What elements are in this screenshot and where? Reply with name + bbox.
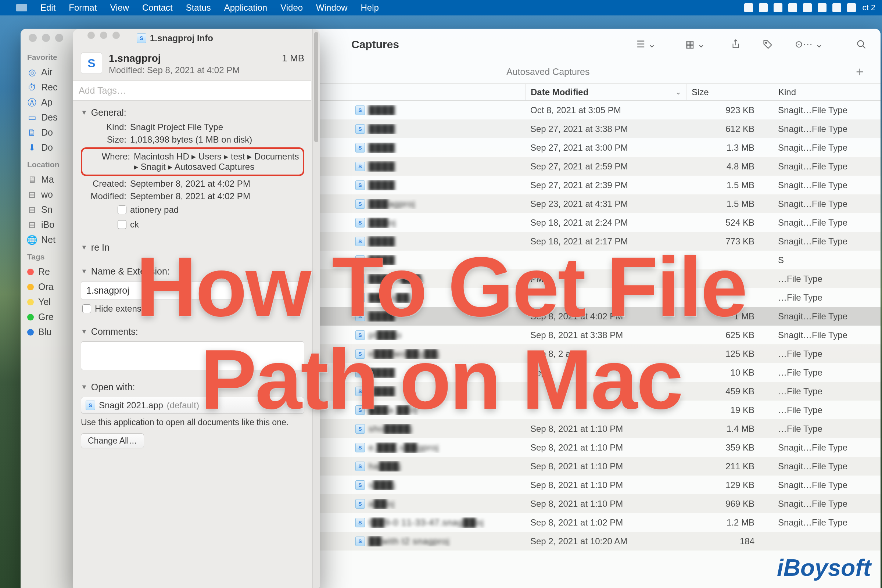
section-open-with[interactable]: ▼Open with: (81, 379, 304, 395)
sidebar-icon: ⊟ (27, 205, 37, 214)
name-input[interactable]: 1.snagproj (81, 281, 304, 300)
sort-chevron-icon: ⌄ (675, 88, 681, 96)
sidebar-icon: ⬇ (27, 143, 37, 153)
menu-window[interactable]: Window (316, 3, 347, 13)
add-button[interactable]: + (849, 60, 870, 83)
sidebar-icon: ▭ (27, 113, 37, 122)
menu-video[interactable]: Video (280, 3, 303, 13)
snagit-file-icon: S (356, 105, 365, 115)
group-button[interactable]: ▦ ⌄ (682, 36, 709, 52)
status-icon[interactable] (744, 3, 753, 12)
disclosure-icon: ▼ (81, 328, 87, 336)
section-comments[interactable]: ▼Comments: (81, 323, 304, 340)
minimize-button[interactable] (42, 34, 50, 42)
section-name-ext[interactable]: ▼Name & Extension: (81, 263, 304, 280)
snagit-file-icon: S (356, 499, 365, 508)
snagit-file-icon: S (356, 387, 365, 396)
status-icon[interactable] (759, 3, 768, 12)
sidebar-icon: Ⓐ (27, 98, 37, 107)
sidebar-icon: ⊟ (27, 190, 37, 200)
window-title: Captures (351, 38, 399, 51)
snagit-file-icon: S (356, 462, 365, 471)
status-icon[interactable] (832, 3, 841, 12)
section-more-info[interactable]: ▼re In (81, 239, 304, 256)
snagit-file-icon: S (356, 537, 365, 546)
watermark: iBoysoft (777, 554, 871, 581)
tags-input[interactable]: Add Tags… (73, 81, 311, 101)
info-scrollbar[interactable] (312, 29, 320, 588)
status-icon[interactable] (774, 3, 782, 12)
snagit-file-icon: S (356, 405, 365, 415)
column-date[interactable]: Date Modified⌄ (525, 84, 686, 100)
sidebar-icon: ◎ (27, 68, 37, 77)
snagit-file-icon: S (356, 162, 365, 171)
menu-edit[interactable]: Edit (40, 3, 56, 13)
tag-dot-icon (27, 284, 34, 290)
zoom-button[interactable] (112, 32, 120, 39)
tag-dot-icon (27, 268, 34, 275)
info-modified-full: September 8, 2021 at 4:02 PM (130, 191, 304, 201)
column-kind[interactable]: Kind (773, 84, 880, 100)
comments-input[interactable] (81, 341, 304, 370)
menu-status[interactable]: Status (186, 3, 211, 13)
menu-contact[interactable]: Contact (142, 3, 173, 13)
sidebar-icon: 🗎 (27, 128, 37, 138)
snagit-file-icon: S (356, 255, 365, 265)
menu-format[interactable]: Format (69, 3, 97, 13)
info-header: S 1.snagproj Modified: Sep 8, 2021 at 4:… (73, 47, 312, 81)
snagit-file-icon: S (356, 368, 365, 377)
menu-application[interactable]: Application (224, 3, 267, 13)
more-button[interactable]: ⊙⋯ ⌄ (791, 36, 827, 52)
menu-view[interactable]: View (110, 3, 129, 13)
menu-app[interactable] (16, 4, 27, 11)
tag-button[interactable] (759, 37, 777, 52)
snagit-file-icon: S (356, 293, 365, 303)
info-size: 1,018,398 bytes (1 MB on disk) (130, 135, 304, 145)
scrollbar-thumb[interactable] (314, 32, 318, 142)
change-all-button[interactable]: Change All… (81, 433, 144, 448)
snagit-file-icon: S (356, 143, 365, 153)
snagit-file-icon: S (356, 180, 365, 190)
svg-point-1 (858, 40, 864, 46)
disclosure-icon: ▼ (81, 267, 87, 275)
info-file-size: 1 MB (282, 52, 304, 64)
sidebar-icon: 🖥 (27, 175, 37, 184)
sidebar-icon: ⏱ (27, 82, 37, 92)
where-highlight: Where:Macintosh HD ▸ Users ▸ test ▸ Docu… (81, 147, 304, 176)
column-size[interactable]: Size (686, 84, 773, 100)
select-arrows-icon: ▲▼ (294, 402, 300, 409)
snagit-file-icon: S (356, 218, 365, 228)
location-title: Autosaved Captures (506, 66, 590, 77)
menubar-clock[interactable]: ct 2 (862, 3, 875, 12)
search-button[interactable] (853, 37, 870, 52)
status-icon[interactable] (788, 3, 797, 12)
snagit-file-icon: S (356, 480, 365, 490)
locked-checkbox[interactable]: ck (81, 217, 304, 232)
open-with-select[interactable]: S Snagit 2021.app (default) ▲▼ (81, 397, 304, 414)
zoom-button[interactable] (55, 34, 63, 42)
column-name[interactable] (350, 84, 525, 100)
status-icon[interactable] (818, 3, 826, 12)
sidebar-icon: ⊟ (27, 220, 37, 230)
section-general[interactable]: ▼General: (81, 104, 304, 121)
status-icon[interactable] (847, 3, 856, 12)
close-button[interactable] (87, 32, 95, 39)
snagit-file-icon: S (356, 330, 365, 340)
hide-extension-checkbox[interactable]: Hide extensi (81, 302, 304, 316)
info-created: September 8, 2021 at 4:02 PM (130, 178, 304, 189)
stationery-checkbox[interactable]: ationery pad (81, 202, 304, 217)
snagit-file-icon: S (356, 424, 365, 434)
share-button[interactable] (727, 37, 744, 52)
list-view-button[interactable]: ☰ ⌄ (633, 36, 659, 52)
status-icon[interactable] (803, 3, 812, 12)
menu-help[interactable]: Help (360, 3, 378, 13)
snagit-file-icon: S (356, 518, 365, 527)
file-icon: S (81, 52, 102, 74)
info-modified: Modified: Sep 8, 2021 at 4:02 PM (109, 65, 275, 75)
close-button[interactable] (28, 34, 37, 42)
minimize-button[interactable] (100, 32, 107, 39)
disclosure-icon: ▼ (81, 109, 87, 117)
disclosure-icon: ▼ (81, 244, 87, 251)
snagit-app-icon: S (86, 400, 95, 410)
snagit-file-icon: S (356, 274, 365, 284)
